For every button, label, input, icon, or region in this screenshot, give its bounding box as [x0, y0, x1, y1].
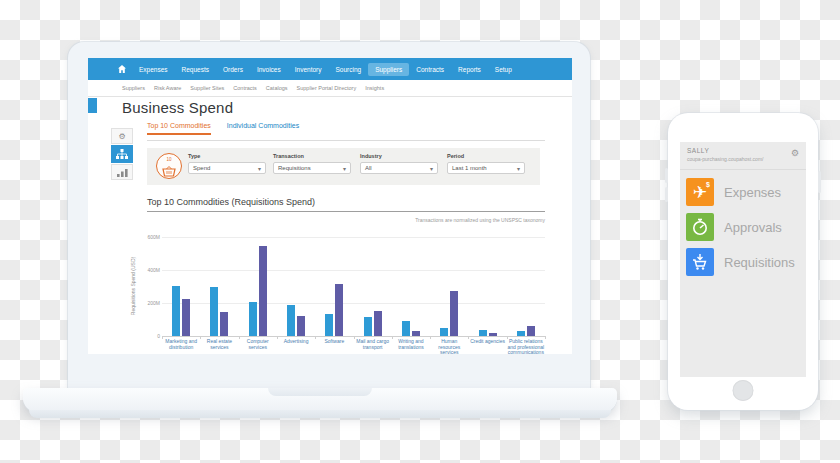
bar-human-resources-services-series-blue: [440, 328, 448, 336]
hierarchy-view-button[interactable]: [111, 145, 133, 163]
laptop-base-lip: [29, 410, 611, 418]
page-title: Business Spend: [122, 99, 233, 116]
filter-label: Transaction: [273, 153, 351, 159]
chevron-down-icon: ▾: [258, 165, 261, 172]
y-tick-label: 0: [138, 333, 160, 339]
x-axis-label-computer-services[interactable]: Computer services: [239, 339, 276, 350]
x-axis-label-software[interactable]: Software: [316, 339, 353, 345]
filter-value: Last 1 month: [452, 165, 487, 171]
chevron-down-icon: ▾: [430, 165, 433, 172]
tab-top-10-commodities[interactable]: Top 10 Commodities: [147, 122, 211, 135]
gear-icon[interactable]: ⚙: [791, 149, 799, 158]
x-axis-tick: [392, 336, 393, 339]
filter-label: Period: [447, 153, 525, 159]
laptop-base: [23, 388, 617, 412]
x-axis-label-human-resources-services[interactable]: Human resources services: [431, 339, 468, 354]
sub-nav-item-risk-aware[interactable]: Risk Aware: [154, 85, 181, 91]
bar-advertising-series-blue: [287, 305, 295, 336]
tabs-divider: [147, 140, 545, 141]
sub-nav-item-contracts[interactable]: Contracts: [233, 85, 257, 91]
phone-menu-item-requisitions[interactable]: Requisitions: [686, 248, 800, 276]
bar-public-relations-and-professional-communications-series-blue: [517, 331, 525, 336]
chart-title: Top 10 Commodities (Requisitions Spend): [147, 197, 315, 207]
x-axis-tick: [162, 336, 163, 339]
x-axis-label-writing-and-translations[interactable]: Writing and translations: [392, 339, 429, 350]
top-nav-item-orders[interactable]: Orders: [216, 63, 250, 76]
collapsed-panel-tab[interactable]: [88, 98, 97, 113]
bar-software-series-blue: [325, 314, 333, 336]
sub-nav-item-suppliers[interactable]: Suppliers: [122, 85, 145, 91]
top-nav-item-sourcing[interactable]: Sourcing: [329, 63, 369, 76]
phone-menu-item-approvals[interactable]: Approvals: [686, 213, 800, 241]
top-nav-item-inventory[interactable]: Inventory: [288, 63, 329, 76]
x-axis-tick: [277, 336, 278, 339]
sub-nav-item-supplier-sites[interactable]: Supplier Sites: [190, 85, 224, 91]
sub-nav-item-catalogs[interactable]: Catalogs: [266, 85, 288, 91]
x-axis-tick: [315, 336, 316, 339]
top-10-badge-icon: 10: [156, 153, 182, 179]
filter-industry: IndustryAll▾: [360, 153, 438, 174]
x-axis-label-marketing-and-distribution[interactable]: Marketing and distribution: [163, 339, 200, 350]
top-nav-item-suppliers[interactable]: Suppliers: [368, 63, 409, 76]
filter-select-period[interactable]: Last 1 month▾: [447, 162, 525, 174]
phone-home-button[interactable]: [733, 380, 754, 401]
bar-computer-services-series-purple: [259, 246, 267, 336]
top-nav-item-expenses[interactable]: Expenses: [132, 63, 175, 76]
phone-menu-item-expenses[interactable]: ✈$Expenses: [686, 178, 800, 206]
hierarchy-icon: [116, 149, 128, 160]
filter-transaction: TransactionRequisitions▾: [273, 153, 351, 174]
filter-select-type[interactable]: Spend▾: [188, 162, 266, 174]
filter-select-transaction[interactable]: Requisitions▾: [273, 162, 351, 174]
x-axis-tick: [239, 336, 240, 339]
x-axis-label-mail-and-cargo-transport[interactable]: Mail and cargo transport: [354, 339, 391, 350]
top-nav: ExpensesRequestsOrdersInvoicesInventoryS…: [88, 58, 572, 80]
x-axis-tick: [545, 336, 546, 339]
gridline: [162, 237, 545, 238]
gear-icon: ⚙: [118, 132, 125, 141]
x-axis-tick: [354, 336, 355, 339]
sub-nav-item-supplier-portal-directory[interactable]: Supplier Portal Directory: [297, 85, 357, 91]
phone-menu-label: Approvals: [724, 220, 782, 235]
cart-icon: [686, 248, 714, 276]
filter-label: Industry: [360, 153, 438, 159]
bar-public-relations-and-professional-communications-series-purple: [527, 326, 535, 336]
x-axis-label-credit-agencies[interactable]: Credit agencies: [469, 339, 506, 345]
phone-volume-button: [665, 187, 668, 202]
bar-mail-and-cargo-transport-series-blue: [364, 317, 372, 336]
x-axis-label-advertising[interactable]: Advertising: [278, 339, 315, 345]
x-axis-label-public-relations-and-professional-communications[interactable]: Public relations and professional commun…: [507, 339, 544, 354]
bar-credit-agencies-series-blue: [479, 330, 487, 336]
chart-title-rule: [147, 211, 545, 212]
y-axis-label: Requisitions Spend (USD): [130, 257, 136, 315]
bar-real-estate-services-series-purple: [220, 312, 228, 336]
x-axis-label-real-estate-services[interactable]: Real estate services: [201, 339, 238, 350]
top-nav-item-contracts[interactable]: Contracts: [409, 63, 451, 76]
filter-period: PeriodLast 1 month▾: [447, 153, 525, 174]
top-10-count: 10: [157, 157, 181, 163]
chevron-down-icon: ▾: [517, 165, 520, 172]
top-nav-item-reports[interactable]: Reports: [451, 63, 488, 76]
settings-button[interactable]: ⚙: [111, 128, 133, 144]
bar-writing-and-translations-series-blue: [402, 321, 410, 336]
laptop-screen: ExpensesRequestsOrdersInvoicesInventoryS…: [88, 58, 572, 354]
bar-writing-and-translations-series-purple: [412, 331, 420, 336]
filter-type: TypeSpend▾: [188, 153, 266, 174]
bar-mail-and-cargo-transport-series-purple: [374, 311, 382, 336]
top-nav-item-requests[interactable]: Requests: [175, 63, 216, 76]
filter-value: All: [365, 165, 372, 171]
chevron-down-icon: ▾: [343, 165, 346, 172]
top-nav-item-setup[interactable]: Setup: [488, 63, 519, 76]
filter-select-industry[interactable]: All▾: [360, 162, 438, 174]
bar-marketing-and-distribution-series-blue: [172, 286, 180, 336]
home-icon[interactable]: [118, 65, 126, 73]
tab-individual-commodities[interactable]: Individual Commodities: [227, 122, 299, 135]
top-nav-item-invoices[interactable]: Invoices: [250, 63, 288, 76]
y-tick-label: 200M: [138, 300, 160, 306]
bar-human-resources-services-series-purple: [450, 291, 458, 336]
filter-label: Type: [188, 153, 266, 159]
stopwatch-icon: [686, 213, 714, 241]
sub-nav-item-insights[interactable]: Insights: [365, 85, 384, 91]
bar-chart-view-button[interactable]: [111, 164, 133, 180]
phone-url: coupa-purchasing.coupahost.com/: [687, 156, 763, 162]
chart-type-rail: ⚙: [111, 128, 133, 181]
